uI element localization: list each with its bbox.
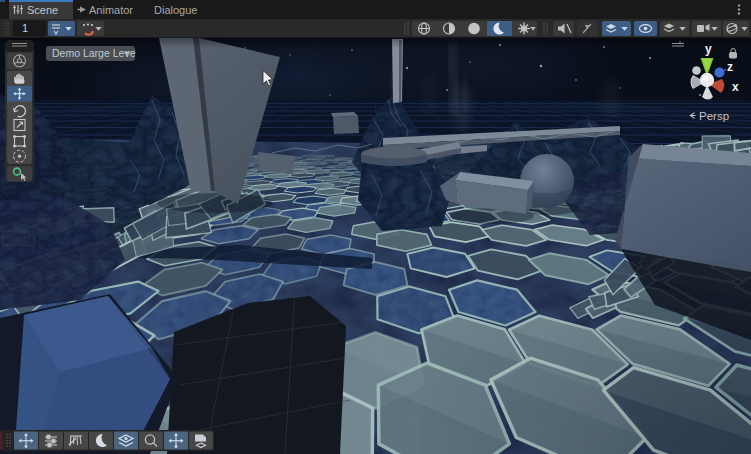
- svg-text:1: 1: [22, 22, 28, 34]
- svg-text:Scene: Scene: [27, 4, 58, 16]
- svg-text:Dialogue: Dialogue: [154, 4, 197, 16]
- svg-text:Demo Large Leve: Demo Large Leve: [52, 47, 136, 59]
- svg-text:y: y: [705, 42, 712, 56]
- svg-text:Animator: Animator: [89, 4, 133, 16]
- svg-text:z: z: [727, 60, 733, 74]
- svg-text:x: x: [732, 80, 739, 94]
- svg-text:Persp: Persp: [699, 110, 729, 122]
